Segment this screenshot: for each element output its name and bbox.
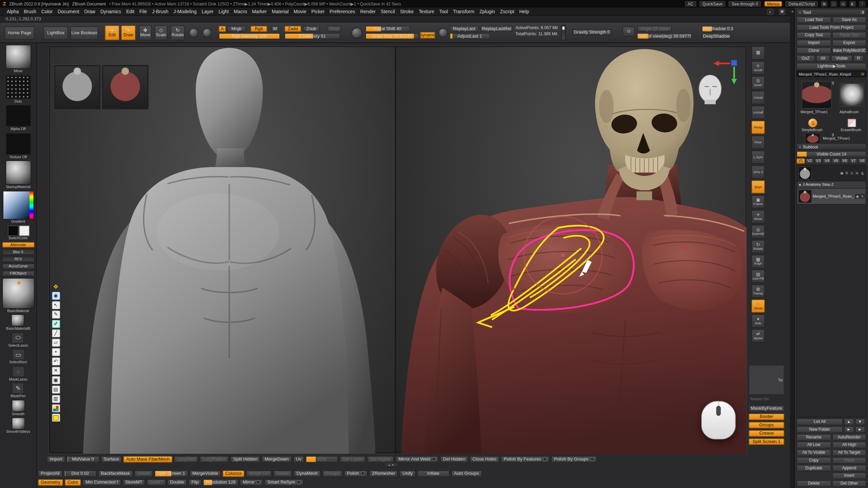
tool-action-button[interactable]: Paste Tool <box>832 32 866 39</box>
rotate-3d-button[interactable]: ↻ Rotate <box>751 240 765 253</box>
line-tool-icon[interactable]: ╱ <box>52 329 60 337</box>
rgb-button[interactable]: Rgb <box>251 26 267 32</box>
draw-size-slider[interactable]: Draw Size 70.82045 <box>366 33 419 39</box>
menu-item[interactable]: Transform <box>453 9 474 14</box>
menu-item[interactable]: Render <box>360 9 376 14</box>
bottom-bar-button[interactable]: Flip <box>189 479 201 486</box>
lsym-button[interactable]: L.Sym <box>751 150 765 164</box>
live-boolean-button[interactable]: Live Boolean <box>70 26 98 40</box>
paint-icon[interactable]: ✎ <box>860 194 865 199</box>
replay-last-rel-button[interactable]: ReplayLastRel <box>480 26 513 32</box>
left-shelf-item[interactable]: ▭ SelectRect <box>9 349 27 364</box>
material-preview-icon[interactable] <box>189 28 199 38</box>
subtool-menu-icon[interactable]: ≡ <box>799 145 801 148</box>
eraser-brush-icon[interactable] <box>847 119 856 127</box>
bottom-bar-button[interactable]: MergeDown <box>262 456 291 463</box>
ghost-button[interactable]: ◌ Ghost <box>751 300 765 313</box>
titlebar-quick-item[interactable]: Menus <box>764 1 782 6</box>
panel-icon[interactable]: ◧ <box>850 1 856 6</box>
tool-action-button[interactable]: Clone <box>796 47 831 54</box>
subtool-tab[interactable]: V2 <box>805 158 813 164</box>
menu-item[interactable]: Tool <box>439 9 448 14</box>
face-preview-icon[interactable] <box>699 75 721 104</box>
subtool-item[interactable]: ◉ ✎ ▪ ≡ 5 <box>797 165 866 181</box>
bottom-bar-button[interactable]: Double <box>167 479 187 486</box>
subtool-item-selected[interactable]: Merged_TPose1_Ryan_Kingslie ◉ ✎ <box>797 188 866 204</box>
undo-icon[interactable]: ↶ <box>52 357 60 365</box>
current-tool-field[interactable]: Merged_TPose1_Ryan_Kingsli R <box>796 70 866 77</box>
zcut-button[interactable]: Zcut <box>327 26 341 32</box>
subtool-folder[interactable]: ▾ J Anatomy Step-2 <box>797 181 866 188</box>
right-column-button[interactable]: Border <box>749 413 784 420</box>
subtool-action-button[interactable]: Del Other <box>832 480 866 487</box>
tool-action-button[interactable]: R <box>854 55 864 62</box>
bottom-bar-button[interactable]: Morph UV <box>246 470 272 477</box>
bottom-bar-button[interactable]: Auto Mask FiberMesh <box>123 456 172 463</box>
see-through-icon[interactable]: ◐ <box>767 8 774 15</box>
subtool-tab[interactable]: V1 <box>796 158 805 164</box>
camera-icon[interactable]: ⊙ <box>623 26 635 36</box>
simple-brush-icon[interactable]: S <box>808 119 817 127</box>
bottom-bar-button[interactable]: Resolution 128 <box>203 479 238 486</box>
left-shelf-item[interactable]: Blur 0 <box>2 249 34 255</box>
menu-item[interactable]: Stencil <box>381 9 395 14</box>
left-shelf-item[interactable]: Rf 0 <box>2 256 34 262</box>
document-thumbnail-anatomy[interactable] <box>101 64 149 109</box>
left-shelf-item[interactable]: Texture Off <box>5 133 31 159</box>
points-vertical-slider[interactable] <box>561 25 566 40</box>
menu-item[interactable]: Picker <box>311 9 324 14</box>
bottom-bar-button[interactable]: ZRemesher <box>369 470 398 477</box>
bottom-bar-button[interactable]: Surface <box>101 456 122 463</box>
palette-menu-icon[interactable]: ≡ <box>799 10 801 14</box>
menu-item[interactable]: Color <box>41 9 53 14</box>
move-3d-button[interactable]: ✛ Move <box>751 210 765 223</box>
draw-mode-button[interactable]: ✎Draw <box>121 25 136 40</box>
frame-button[interactable]: ▣ Frame <box>751 195 765 208</box>
bottom-bar-button[interactable]: Import <box>47 456 65 463</box>
subtool-action-button[interactable]: ► <box>844 426 854 433</box>
bottom-bar-button[interactable]: Colorize <box>222 470 244 477</box>
bottom-bar-button[interactable]: Smart ReSym <box>264 479 303 486</box>
tool-action-button[interactable]: Export <box>832 40 866 46</box>
help-icon[interactable]: ? <box>859 1 865 6</box>
subtool-action-button[interactable]: Insert <box>832 472 866 479</box>
cursor-tool-icon[interactable]: ↖ <box>52 301 60 309</box>
tool-action-button[interactable]: Make PolyMesh3D <box>832 47 866 54</box>
bottom-bar-button[interactable]: Geometry <box>38 479 63 486</box>
right-column-button[interactable]: Groups <box>749 422 784 429</box>
subtool-action-button[interactable]: ► <box>855 426 865 433</box>
solo-button[interactable]: ● Solo <box>751 314 765 327</box>
floor-button[interactable]: Floor <box>751 136 765 149</box>
bottom-bar-button[interactable]: ProjectAll <box>38 470 62 477</box>
palette-pin-icon[interactable]: ◨ <box>861 10 864 14</box>
size-dot-icon[interactable]: • <box>52 348 60 356</box>
bottom-bar-button[interactable]: Close Holes <box>470 456 499 463</box>
left-shelf-item[interactable]: Dots <box>5 75 31 103</box>
recent-tool-thumbnail[interactable] <box>805 133 821 144</box>
subtool-tab[interactable]: V7 <box>849 158 857 164</box>
bottom-bar-button[interactable]: Auto Groups <box>451 470 481 477</box>
subtool-action-button[interactable]: Duplicate <box>796 465 831 472</box>
scroll-button[interactable]: ✛ Scroll <box>751 61 765 75</box>
bottom-bar-button[interactable]: Min Connected f <box>83 479 121 486</box>
stroke-preview-icon[interactable] <box>352 27 363 39</box>
menu-item[interactable]: Zscript <box>500 9 514 14</box>
subtool-tab[interactable]: V8 <box>858 158 866 164</box>
bottom-bar-button[interactable]: Mirror And Weld <box>396 456 439 463</box>
mrgb-button[interactable]: Mrgb <box>227 26 246 32</box>
subtool-action-button[interactable]: Paste <box>832 457 866 464</box>
scale-mode-button[interactable]: ◇Scale <box>155 25 167 40</box>
focal-shift-slider[interactable]: Focal Shift 40 <box>366 26 410 32</box>
subtool-header[interactable]: ≡ Subtool <box>796 143 866 150</box>
highlighter-tool-icon[interactable]: ✐ <box>52 320 60 328</box>
bottom-bar-button[interactable]: DelMT <box>147 479 165 486</box>
subtool-action-button[interactable]: List All <box>796 419 843 425</box>
right-column-button[interactable]: Split Screen 1 <box>749 439 784 445</box>
subtool-action-button[interactable]: Copy <box>796 457 831 464</box>
menu-item[interactable]: Marker <box>252 9 267 14</box>
bottom-bar-button[interactable]: SDiv <box>306 456 338 463</box>
replay-last-button[interactable]: ReplayLast <box>450 26 479 32</box>
eraser-tool-icon[interactable]: ▱ <box>52 339 60 347</box>
mask-by-feature-button[interactable]: MaskByFeature <box>749 405 784 412</box>
subtool-tab[interactable]: V4 <box>823 158 831 164</box>
